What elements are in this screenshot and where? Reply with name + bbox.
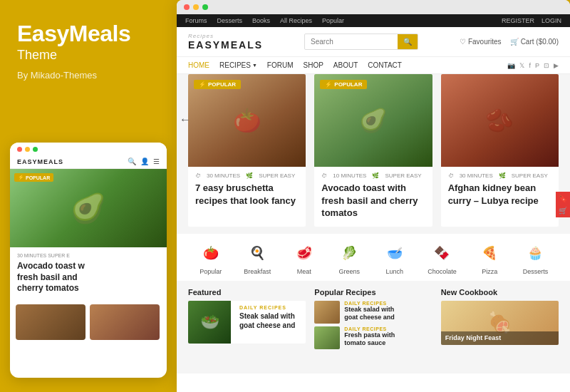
browser-dot-red[interactable]: [184, 4, 190, 10]
mobile-card-content: 30 MINUTES SUPER E Avocado toast wfresh …: [10, 247, 167, 300]
popular-section-title: Popular Recipes: [314, 288, 432, 296]
category-lunch[interactable]: 🥣 Lunch: [383, 241, 407, 275]
popular-item-2-image: [314, 326, 340, 349]
brand-title: EasyMeals: [17, 21, 160, 46]
mobile-menu-icon[interactable]: ☰: [153, 158, 160, 165]
main-nav-left: HOME RECIPES ▼ FORUM SHOP ABOUT CONTACT: [188, 61, 402, 69]
category-desserts[interactable]: 🧁 Desserts: [523, 241, 549, 275]
nav-recipes[interactable]: RECIPES ▼: [219, 61, 257, 69]
chocolate-label: Chocolate: [428, 268, 457, 275]
admin-bar-right: REGISTER LOGIN: [502, 17, 561, 24]
mobile-card-meta: 30 MINUTES SUPER E: [17, 253, 160, 258]
rss-icon[interactable]: ⊡: [544, 62, 549, 69]
recipe-cards-row: ← ⚡ POPULAR 🍅 ⏱ 30 MINUTES 🌿 SUPER EASY: [177, 74, 570, 227]
mobile-mockup: EASYMEALS 🔍 👤 ☰ ⚡ POPULAR 🥑 30 MINUTES S…: [10, 143, 167, 378]
nav-shop[interactable]: SHOP: [304, 61, 323, 69]
recipe-card-3-image: 🫘: [441, 74, 559, 167]
recipe-card-3[interactable]: 🫘 ⏱ 30 MINUTES 🌿 SUPER EASY Afghan kidne…: [441, 74, 559, 227]
card-3-title[interactable]: Afghan kidney bean curry – Lubya recipe: [448, 182, 551, 207]
desserts-label: Desserts: [523, 268, 549, 275]
search-button[interactable]: 🔍: [398, 34, 418, 49]
mobile-nav: EASYMEALS 🔍 👤 ☰: [10, 155, 167, 169]
browser-dot-yellow[interactable]: [193, 4, 199, 10]
card-1-content: ⏱ 30 MINUTES 🌿 SUPER EASY 7 easy brusche…: [188, 167, 306, 214]
admin-nav-allrecipes[interactable]: All Recipes: [280, 17, 312, 24]
register-link[interactable]: REGISTER: [502, 17, 534, 24]
search-input[interactable]: [305, 35, 398, 48]
mobile-user-icon[interactable]: 👤: [140, 158, 149, 165]
pinterest-icon[interactable]: P: [535, 62, 539, 69]
favourites-link[interactable]: ♡ Favourites: [460, 38, 502, 46]
breakfast-icon: 🍳: [245, 241, 269, 265]
admin-nav-forums[interactable]: Forums: [185, 17, 207, 24]
category-pizza[interactable]: 🍕 Pizza: [477, 241, 502, 275]
category-chocolate[interactable]: 🍫 Chocolate: [428, 241, 457, 275]
card-1-title[interactable]: 7 easy bruschetta recipes that look fanc…: [195, 182, 299, 207]
category-meat[interactable]: 🥩 Meat: [292, 241, 316, 275]
featured-content: DAILY RECIPES Steak salad withgoat chees…: [237, 301, 298, 344]
breakfast-label: Breakfast: [244, 268, 271, 275]
nav-contact[interactable]: CONTACT: [368, 61, 402, 69]
nav-home[interactable]: HOME: [188, 61, 209, 69]
recipe-card-2[interactable]: ⚡ POPULAR 🥑 ⏱ 10 MINUTES 🌿 SUPER EASY Av…: [314, 74, 432, 227]
recipe-card-1[interactable]: ⚡ POPULAR 🍅 ⏱ 30 MINUTES 🌿 SUPER EASY 7 …: [188, 74, 306, 227]
category-breakfast[interactable]: 🍳 Breakfast: [244, 241, 271, 275]
nav-forum[interactable]: FORUM: [267, 61, 294, 69]
chevron-down-icon: ▼: [252, 63, 257, 68]
site-logo[interactable]: Recipes EASYMEALS: [188, 33, 263, 51]
card-2-title[interactable]: Avocado toast with fresh basil and cherr…: [321, 182, 425, 220]
browser-bar: [177, 0, 570, 14]
right-panel: Forums Desserts Books All Recipes Popula…: [177, 0, 570, 392]
prev-arrow[interactable]: ←: [180, 113, 191, 126]
admin-nav-desserts[interactable]: Desserts: [217, 17, 243, 24]
mobile-top-bar: [10, 143, 167, 155]
popular-item-1-title[interactable]: Steak salad withgoat cheese and: [344, 306, 395, 322]
popular-item-1-label: DAILY RECIPES: [344, 301, 395, 306]
login-link[interactable]: LOGIN: [542, 17, 561, 24]
popular-item-2-title[interactable]: Fresh pasta withtomato sauce: [344, 331, 395, 348]
facebook-icon[interactable]: f: [529, 62, 531, 69]
popular-section: Popular Recipes DAILY RECIPES Steak sala…: [314, 288, 432, 349]
twitter-icon[interactable]: 𝕏: [519, 62, 524, 69]
left-panel: EasyMeals Theme By Mikado-Themes EASYMEA…: [0, 0, 177, 392]
featured-card[interactable]: 🥗 DAILY RECIPES Steak salad withgoat che…: [188, 301, 306, 344]
cookbook-title: Friday Night Feast: [445, 334, 554, 342]
popular-label: Popular: [200, 268, 222, 275]
popular-icon: 🍅: [199, 241, 223, 265]
mobile-card-image: ⚡ POPULAR 🥑: [10, 169, 167, 247]
popular-list: DAILY RECIPES Steak salad withgoat chees…: [314, 301, 432, 349]
nav-about[interactable]: ABOUT: [333, 61, 358, 69]
mobile-dot-yellow: [25, 147, 30, 152]
browser-dot-green[interactable]: [202, 4, 208, 10]
cookbook-overlay: Friday Night Feast: [441, 331, 559, 345]
search-bar[interactable]: 🔍: [304, 33, 418, 50]
instagram-icon[interactable]: 📷: [507, 62, 515, 69]
admin-bar: Forums Desserts Books All Recipes Popula…: [177, 14, 570, 27]
admin-nav-popular[interactable]: Popular: [322, 17, 344, 24]
mobile-search-icon[interactable]: 🔍: [128, 158, 136, 165]
popular-item-2[interactable]: DAILY RECIPES Fresh pasta withtomato sau…: [314, 326, 432, 349]
youtube-icon[interactable]: ▶: [554, 62, 559, 69]
mobile-card: ⚡ POPULAR 🥑 30 MINUTES SUPER E Avocado t…: [10, 169, 167, 300]
category-popular[interactable]: 🍅 Popular: [199, 241, 223, 275]
mobile-bottom-cards: [10, 304, 167, 344]
cart-link[interactable]: 🛒 Cart ($0.00): [510, 38, 559, 46]
card-1-meta: ⏱ 30 MINUTES 🌿 SUPER EASY: [195, 172, 299, 179]
content-area: ← ⚡ POPULAR 🍅 ⏱ 30 MINUTES 🌿 SUPER EASY: [177, 74, 570, 373]
float-bookmark[interactable]: 🔖 🛒: [556, 192, 570, 217]
category-greens[interactable]: 🥬 Greens: [337, 241, 361, 275]
mobile-card-title[interactable]: Avocado toast wfresh basil andcherry tom…: [17, 261, 160, 294]
main-nav: HOME RECIPES ▼ FORUM SHOP ABOUT CONTACT …: [177, 57, 570, 74]
leaf-icon: 🌿: [246, 172, 253, 179]
popular-item-1-info: DAILY RECIPES Steak salad withgoat chees…: [344, 301, 395, 322]
popular-item-1-image: [314, 301, 340, 324]
clock-icon-2: ⏱: [321, 172, 327, 179]
brand-by: By Mikado-Themes: [17, 70, 160, 81]
featured-label: DAILY RECIPES: [239, 305, 295, 310]
popular-item-1[interactable]: DAILY RECIPES Steak salad withgoat chees…: [314, 301, 432, 324]
cookbook-card[interactable]: 🍖 Friday Night Feast: [441, 301, 559, 345]
clock-icon-3: ⏱: [448, 172, 454, 179]
featured-title: Featured: [188, 288, 306, 296]
featured-card-title[interactable]: Steak salad withgoat cheese and: [239, 311, 295, 330]
admin-nav-books[interactable]: Books: [252, 17, 270, 24]
